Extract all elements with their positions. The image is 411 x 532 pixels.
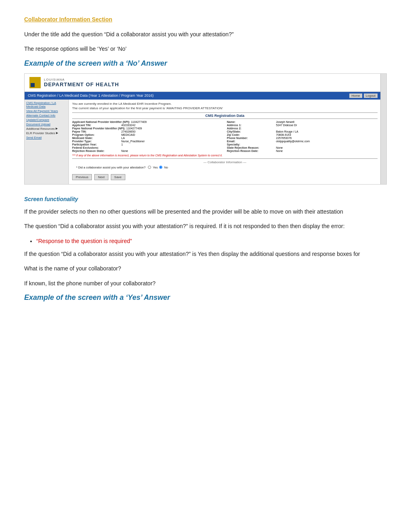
radio-no[interactable] bbox=[159, 166, 162, 169]
sidebar-link-0[interactable]: CMS Registration / LA Medicaid Data bbox=[26, 101, 67, 108]
collab-question-2: If known, list the phone number of your … bbox=[24, 279, 387, 288]
error-bullet-list: “Response to the question is required” bbox=[36, 237, 387, 245]
screenshot-no-answer: LOUISIANA DEPARTMENT OF HEALTH CMS Regis… bbox=[24, 73, 387, 185]
home-button[interactable]: Home bbox=[349, 94, 362, 98]
close-quote: ” bbox=[130, 238, 132, 244]
collab-section-title: — Collaborator Information — bbox=[72, 160, 378, 164]
field-provider-type: Provider Type: Nurse_Practitioner bbox=[72, 140, 223, 143]
cms-status-1: You are currently enrolled in the LA Med… bbox=[72, 102, 378, 106]
ldh-header: LOUISIANA DEPARTMENT OF HEALTH bbox=[25, 74, 381, 92]
field-state-rejection: State Rejection Reason: None bbox=[227, 146, 378, 149]
ldh-logo-text: LOUISIANA DEPARTMENT OF HEALTH bbox=[44, 78, 119, 87]
svg-rect-3 bbox=[35, 83, 39, 87]
cms-body: CMS Registration / LA Medicaid Data View… bbox=[25, 100, 381, 184]
example-yes-heading: Example of the screen with a ‘Yes’ Answe… bbox=[24, 293, 387, 302]
field-specialty: Specialty: bbox=[227, 143, 378, 146]
error-text: Response to the question is required bbox=[38, 238, 130, 244]
field-city-state: City/State: Baton Rouge / LA bbox=[227, 130, 378, 133]
field-grid: Applicant National Provider Identifier (… bbox=[72, 121, 378, 153]
ldh-top-line: LOUISIANA bbox=[44, 78, 119, 81]
fields-left: Applicant National Provider Identifier (… bbox=[72, 121, 223, 153]
field-program-option: Program Option: MEDICAID bbox=[72, 133, 223, 136]
field-name: Name: Joseph Newell bbox=[227, 121, 378, 123]
svg-rect-1 bbox=[35, 78, 39, 82]
intro-text-1: Under the title add the question “Did a … bbox=[24, 30, 387, 39]
fields-right: Name: Joseph Newell Address 1: 5247 Dide… bbox=[227, 121, 378, 153]
cms-main: You are currently enrolled in the LA Med… bbox=[69, 100, 381, 184]
sidebar-link-6: ELR Provider Studies bbox=[26, 131, 55, 135]
ldh-logo-icon bbox=[29, 77, 41, 88]
sidebar-link-5: Additional Resources bbox=[26, 127, 55, 131]
radio-yes-label: Yes bbox=[153, 166, 158, 169]
field-rejection-state: Rejection Reason State: None bbox=[72, 150, 223, 152]
ldh-bottom-line: DEPARTMENT OF HEALTH bbox=[44, 81, 119, 87]
sidebar-link-2[interactable]: Alternate Contact Info bbox=[26, 114, 67, 117]
field-tin-applicant: Applicant TIN: 402333242 bbox=[72, 124, 223, 127]
save-button[interactable]: Save bbox=[111, 174, 125, 180]
arrow-icon-2: ▶ bbox=[56, 131, 58, 135]
cms-sidebar: CMS Registration / LA Medicaid Data View… bbox=[25, 100, 69, 184]
cms-footer: Previous Next Save bbox=[72, 172, 378, 182]
field-npi-applicant: Applicant National Provider Identifier (… bbox=[72, 121, 223, 123]
field-participation-year: Participation Year: 1 bbox=[72, 143, 223, 146]
arrow-icon: ▶ bbox=[56, 127, 58, 130]
error-bullet-item: “Response to the question is required” bbox=[36, 237, 387, 245]
screen-func-para2: The question “Did a collaborator assist … bbox=[24, 222, 387, 231]
registration-section-title: CMS Registration Data bbox=[72, 112, 378, 119]
field-tin-payee: Payee TIN: 274026650 bbox=[72, 130, 223, 133]
sidebar-item-elr[interactable]: ELR Provider Studies ▶ bbox=[26, 131, 67, 135]
collab-question-row: * Did a collaborator assist you with you… bbox=[76, 166, 378, 169]
cms-warning-text: *** If any of the above information is i… bbox=[72, 154, 378, 157]
previous-button[interactable]: Previous bbox=[72, 174, 92, 180]
collaborator-section-heading: Collaborator Information Section bbox=[24, 16, 387, 23]
logout-button[interactable]: Logout bbox=[364, 94, 378, 98]
field-npi-payee: Payee National Provider Identifier (NPI)… bbox=[72, 127, 223, 130]
screen-func-para1: If the provider selects no then no other… bbox=[24, 207, 387, 216]
intro-text-2: The response options will be ‘Yes’ or ‘N… bbox=[24, 44, 387, 53]
next-button[interactable]: Next bbox=[94, 174, 108, 180]
field-rejection-date: Rejection Reason Date: None bbox=[227, 150, 378, 152]
collab-section: — Collaborator Information — * Did a col… bbox=[72, 158, 378, 169]
cms-topbar-title: CMS Registration / LA Medicaid Data (Yea… bbox=[28, 94, 154, 98]
svg-rect-0 bbox=[31, 78, 35, 82]
sidebar-link-1[interactable]: View All Payment Years bbox=[26, 109, 67, 113]
screen-func-para3: If the question “Did a collaborator assi… bbox=[24, 249, 387, 258]
sidebar-link-3[interactable]: Update/Compare bbox=[26, 118, 67, 122]
example-no-heading: Example of the screen with a ‘No’ Answer bbox=[24, 59, 387, 68]
collab-radio-group[interactable]: Yes No bbox=[148, 166, 168, 169]
cms-topbar: CMS Registration / LA Medicaid Data (Yea… bbox=[25, 92, 381, 100]
cms-status-2: The current status of your application f… bbox=[72, 106, 378, 110]
collab-question-text: * Did a collaborator assist you with you… bbox=[76, 166, 145, 169]
svg-rect-2 bbox=[31, 83, 35, 87]
field-address1: Address 1: 5247 Didesse Dr bbox=[227, 124, 378, 127]
cms-topbar-buttons: Home Logout bbox=[349, 94, 378, 98]
sidebar-link-7[interactable]: Send Email bbox=[26, 136, 67, 139]
field-phone: Phone Number: 2257653076 bbox=[227, 137, 378, 139]
field-email: Email: ololppquality@ololrmc.com bbox=[227, 140, 378, 143]
sidebar-item-resources[interactable]: Additional Resources ▶ bbox=[26, 127, 67, 131]
sidebar-link-4[interactable]: Document Upload bbox=[26, 123, 67, 126]
field-zip: Zip Code: 70808-9153 bbox=[227, 133, 378, 136]
field-address2: Address 2: bbox=[227, 127, 378, 130]
collab-question-1: What is the name of your collaborator? bbox=[24, 264, 387, 273]
screen-functionality-heading: Screen functionality bbox=[24, 196, 387, 202]
radio-yes[interactable] bbox=[148, 166, 151, 169]
cms-app: CMS Registration / LA Medicaid Data (Yea… bbox=[25, 92, 381, 184]
field-federal-exclusions: Federal Exclusions: bbox=[72, 146, 223, 149]
field-medicaid-state: Medicaid State: LA bbox=[72, 137, 223, 139]
radio-no-label: No bbox=[164, 166, 168, 169]
